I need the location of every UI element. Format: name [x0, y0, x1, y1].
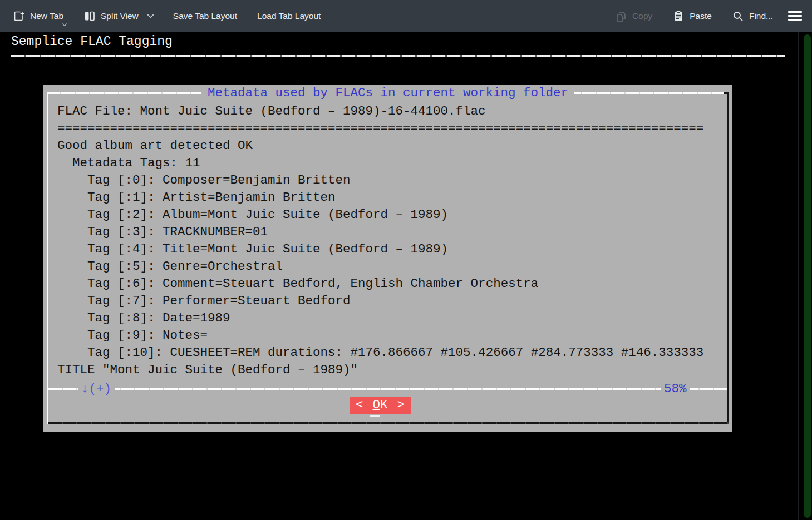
terminal-cursor: [370, 415, 380, 417]
chevron-down-icon: [147, 11, 154, 18]
dialog-text-line: Tag [:8]: Date=1989: [57, 310, 725, 327]
scrollbar-thumb[interactable]: [804, 34, 811, 518]
load-tab-layout-label: Load Tab Layout: [257, 11, 321, 21]
copy-label: Copy: [632, 11, 652, 21]
scrollbar-track: [798, 32, 799, 520]
split-view-icon: [83, 10, 96, 22]
paste-button[interactable]: Paste: [666, 6, 718, 27]
dialog-title: Metadata used by FLACs in current workin…: [201, 85, 574, 101]
dialog-text: FLAC File: Mont Juic Suite (Bedford – 19…: [57, 103, 725, 379]
toolbar-right-group: Copy Paste Find...: [609, 6, 803, 27]
load-tab-layout-button[interactable]: Load Tab Layout: [251, 7, 327, 26]
dialog-text-line: Good album art detected OK: [57, 137, 725, 155]
new-tab-icon: [13, 10, 25, 22]
dialog-text-line: Tag [:3]: TRACKNUMBER=01: [57, 224, 725, 241]
copy-button[interactable]: Copy: [609, 6, 658, 27]
chevron-down-icon: [62, 21, 67, 26]
terminal-heading-rule: [11, 55, 785, 57]
scroll-percentage: 58%: [661, 381, 690, 397]
dialog-text-line: Tag [:9]: Notes=: [57, 327, 725, 344]
dialog-border-bottom: [48, 422, 729, 424]
find-button[interactable]: Find...: [726, 6, 779, 27]
split-view-label: Split View: [101, 11, 139, 21]
dialog-text-line: Tag [:1]: Artist=Benjamin Britten: [57, 189, 725, 206]
ok-button-left-bracket: <: [356, 397, 363, 414]
toolbar-left-group: New Tab Split View Save Tab Layout Load …: [7, 6, 327, 27]
toolbar: New Tab Split View Save Tab Layout Load …: [0, 0, 812, 32]
save-tab-layout-label: Save Tab Layout: [173, 11, 237, 21]
dialog-text-line: Metadata Tags: 11: [57, 155, 725, 172]
copy-icon: [615, 10, 627, 22]
dialog-border-right: [727, 92, 729, 424]
dialog-text-line: Tag [:0]: Composer=Benjamin Britten: [57, 172, 725, 189]
ok-button[interactable]: < OK >: [350, 397, 411, 414]
find-label: Find...: [749, 11, 773, 21]
ok-button-right-bracket: >: [397, 397, 405, 414]
search-icon: [732, 10, 744, 22]
dialog-border-left: [47, 92, 48, 424]
save-tab-layout-button[interactable]: Save Tab Layout: [167, 7, 243, 26]
terminal-pane[interactable]: Semplice FLAC Tagging Metadata used by F…: [0, 32, 812, 520]
split-view-button[interactable]: Split View: [77, 6, 159, 27]
dialog-text-line: Tag [:5]: Genre=Orchestral: [57, 258, 725, 275]
more-content-indicator: ↓(+): [78, 381, 115, 397]
metadata-dialog: Metadata used by FLACs in current workin…: [43, 85, 732, 432]
dialog-text-line: Tag [:7]: Performer=Steuart Bedford: [57, 293, 725, 310]
dialog-text-line: Tag [:6]: Comment=Steuart Bedford, Engli…: [57, 275, 725, 293]
new-tab-button[interactable]: New Tab: [7, 6, 70, 27]
new-tab-label: New Tab: [30, 11, 63, 21]
dialog-text-line: TITLE "Mont Juic Suite (Bedford – 1989)": [57, 361, 725, 379]
dialog-text-line: FLAC File: Mont Juic Suite (Bedford – 19…: [57, 103, 725, 120]
paste-label: Paste: [690, 11, 712, 21]
ok-button-label: OK: [372, 397, 387, 414]
dialog-text-line: Tag [:4]: Title=Mont Juic Suite (Bedford…: [57, 241, 725, 258]
dialog-separator: [48, 388, 727, 390]
dialog-text-line: ========================================…: [57, 120, 725, 137]
dialog-text-line: Tag [:10]: CUESHEET=REM durations: #176.…: [57, 344, 725, 361]
paste-icon: [672, 10, 685, 22]
dialog-text-line: Tag [:2]: Album=Mont Juic Suite (Bedford…: [57, 206, 725, 224]
menu-icon[interactable]: [787, 8, 803, 24]
terminal-heading: Semplice FLAC Tagging: [11, 33, 173, 51]
